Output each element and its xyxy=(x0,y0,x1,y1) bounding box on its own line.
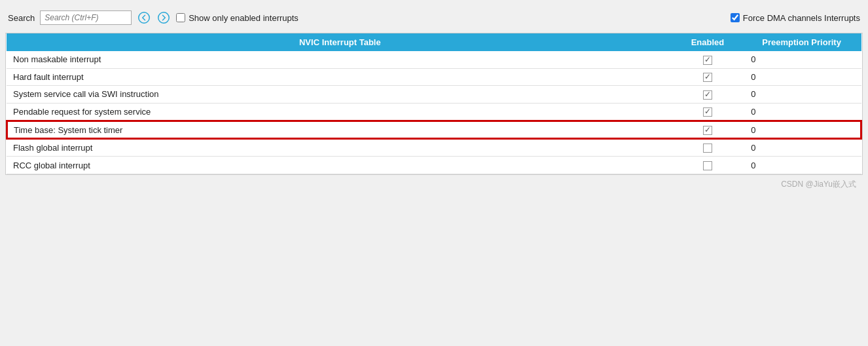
row-enabled-cell[interactable] xyxy=(674,139,742,157)
watermark: CSDN @JiaYu嵌入式 xyxy=(5,175,863,191)
checkbox-checked-icon xyxy=(703,73,712,82)
table-row[interactable]: RCC global interrupt0 xyxy=(7,157,861,174)
row-name-cell: Time base: System tick timer xyxy=(7,121,674,139)
table-body: Non maskable interrupt0Hard fault interr… xyxy=(7,51,861,174)
row-priority-cell: 0 xyxy=(742,121,861,139)
row-priority-cell: 0 xyxy=(742,103,861,121)
row-priority-cell: 0 xyxy=(742,51,861,68)
row-name-cell: System service call via SWI instruction xyxy=(7,86,674,104)
toolbar: Search Show only enabled interrupts Forc… xyxy=(5,5,863,30)
row-priority-cell: 0 xyxy=(742,86,861,104)
table-header-row: NVIC Interrupt Table Enabled Preemption … xyxy=(7,33,861,51)
row-name-cell: Pendable request for system service xyxy=(7,103,674,121)
show-only-enabled-checkbox[interactable] xyxy=(176,13,185,22)
header-enabled-col: Enabled xyxy=(674,33,742,51)
row-enabled-cell[interactable] xyxy=(674,157,742,174)
force-dma-label[interactable]: Force DMA channels Interrupts xyxy=(731,13,860,23)
force-dma-checkbox[interactable] xyxy=(731,13,740,22)
search-input[interactable] xyxy=(40,10,132,25)
table-row[interactable]: Flash global interrupt0 xyxy=(7,139,861,157)
row-priority-cell: 0 xyxy=(742,68,861,86)
row-enabled-cell[interactable] xyxy=(674,86,742,104)
force-dma-text: Force DMA channels Interrupts xyxy=(743,13,860,23)
next-button[interactable] xyxy=(156,10,171,25)
checkbox-checked-icon xyxy=(703,90,712,100)
row-name-cell: RCC global interrupt xyxy=(7,157,674,174)
row-name-cell: Hard fault interrupt xyxy=(7,68,674,86)
prev-icon xyxy=(138,12,150,24)
header-priority-col: Preemption Priority xyxy=(742,33,861,51)
svg-point-1 xyxy=(158,12,170,24)
row-enabled-cell[interactable] xyxy=(674,68,742,86)
show-only-enabled-text: Show only enabled interrupts xyxy=(189,13,298,23)
row-name-cell: Non maskable interrupt xyxy=(7,51,674,68)
svg-point-0 xyxy=(139,12,150,24)
table-row[interactable]: Non maskable interrupt0 xyxy=(7,51,861,68)
checkbox-checked-icon xyxy=(703,56,712,65)
checkbox-unchecked-icon xyxy=(703,161,712,170)
row-name-cell: Flash global interrupt xyxy=(7,139,674,157)
checkbox-unchecked-icon xyxy=(703,144,712,153)
row-enabled-cell[interactable] xyxy=(674,103,742,121)
checkbox-checked-icon xyxy=(703,107,712,117)
header-name-col: NVIC Interrupt Table xyxy=(7,33,674,51)
table-container: NVIC Interrupt Table Enabled Preemption … xyxy=(5,33,863,175)
next-icon xyxy=(158,12,170,24)
checkbox-checked-icon xyxy=(703,126,712,135)
table-row[interactable]: System service call via SWI instruction0 xyxy=(7,86,861,104)
prev-button[interactable] xyxy=(137,10,151,25)
table-row[interactable]: Pendable request for system service0 xyxy=(7,103,861,121)
table-row[interactable]: Hard fault interrupt0 xyxy=(7,68,861,86)
search-label: Search xyxy=(8,13,35,23)
show-only-enabled-label[interactable]: Show only enabled interrupts xyxy=(176,13,298,23)
nvic-table: NVIC Interrupt Table Enabled Preemption … xyxy=(6,33,862,174)
table-row[interactable]: Time base: System tick timer0 xyxy=(7,121,861,139)
row-priority-cell: 0 xyxy=(742,157,861,174)
row-enabled-cell[interactable] xyxy=(674,121,742,139)
row-priority-cell: 0 xyxy=(742,139,861,157)
row-enabled-cell[interactable] xyxy=(674,51,742,68)
